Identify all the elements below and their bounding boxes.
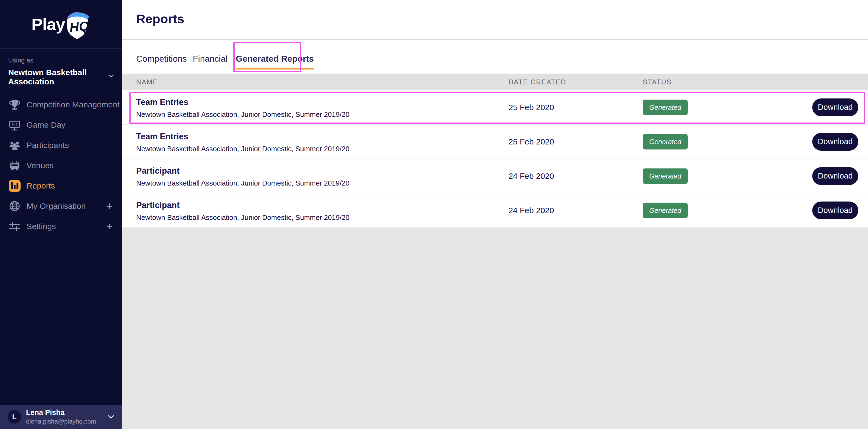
table-header: NAME DATE CREATED STATUS <box>122 73 868 90</box>
report-name-cell: Team Entries Newtown Basketball Associat… <box>136 97 349 119</box>
report-title: Participant <box>136 200 349 210</box>
sidebar-item-participants[interactable]: Participants <box>0 135 122 155</box>
table-row: Participant Newtown Basketball Associati… <box>122 193 868 228</box>
report-name-cell: Participant Newtown Basketball Associati… <box>136 166 349 188</box>
playhq-shield-icon: HQ <box>63 10 90 40</box>
sidebar-item-competition-management[interactable]: Competition Management <box>0 94 122 115</box>
sidebar-item-my-organisation[interactable]: My Organisation + <box>0 196 122 216</box>
report-date: 25 Feb 2020 <box>508 103 554 112</box>
status-badge: Generated <box>643 134 688 149</box>
logo-area: Play HQ <box>0 0 122 49</box>
logo-play-text: Play <box>31 14 65 34</box>
org-name: Newtown Basketball Association <box>8 68 104 86</box>
trophy-icon <box>8 98 21 111</box>
report-title: Team Entries <box>136 97 349 107</box>
sidebar-item-reports[interactable]: Reports <box>0 175 122 196</box>
svg-text:0:0: 0:0 <box>12 123 18 126</box>
sliders-icon <box>8 220 21 233</box>
tab-financial[interactable]: Financial <box>193 54 227 64</box>
avatar: L <box>7 410 21 424</box>
main-content: Reports Competitions Financial Generated… <box>122 0 868 429</box>
column-header-status: STATUS <box>643 78 672 86</box>
playhq-logo[interactable]: Play HQ <box>31 9 90 39</box>
sidebar-item-venues[interactable]: Venues <box>0 155 122 175</box>
logo-hq-text: HQ <box>69 19 90 35</box>
sidebar: Play HQ Using as Newtown Basketball Asso… <box>0 0 122 429</box>
scoreboard-icon: 0:0 <box>8 119 21 131</box>
chevron-down-icon <box>109 74 114 78</box>
report-detail: Newtown Basketball Association, Junior D… <box>136 213 349 222</box>
sidebar-item-label: Settings <box>27 222 56 231</box>
sidebar-item-game-day[interactable]: 0:0 Game Day <box>0 115 122 135</box>
sidebar-item-label: Competition Management <box>27 100 120 109</box>
report-title: Team Entries <box>136 132 349 141</box>
content-background <box>122 228 868 429</box>
tab-generated-reports[interactable]: Generated Reports <box>236 54 314 69</box>
chevron-down-icon <box>108 415 114 419</box>
report-name-cell: Participant Newtown Basketball Associati… <box>136 200 349 222</box>
column-header-date-created: DATE CREATED <box>508 78 566 86</box>
sidebar-item-label: Participants <box>27 141 69 150</box>
status-badge: Generated <box>643 203 688 218</box>
reports-table: Team Entries Newtown Basketball Associat… <box>122 90 868 228</box>
bar-chart-icon <box>8 179 21 192</box>
user-email: olena.pisha@playhq.com <box>26 418 96 425</box>
status-badge: Generated <box>643 100 688 115</box>
report-detail: Newtown Basketball Association, Junior D… <box>136 179 349 188</box>
user-name: Lena Pisha <box>26 408 96 417</box>
sidebar-menu: Competition Management 0:0 Game Day <box>0 94 122 236</box>
download-button[interactable]: Download <box>812 98 858 116</box>
globe-icon <box>8 200 21 212</box>
report-date: 24 Feb 2020 <box>508 171 554 181</box>
user-panel[interactable]: L Lena Pisha olena.pisha@playhq.com <box>0 405 122 429</box>
download-button[interactable]: Download <box>812 133 858 151</box>
report-title: Participant <box>136 166 349 176</box>
sidebar-item-label: My Organisation <box>27 201 86 211</box>
expand-plus-icon[interactable]: + <box>106 221 113 232</box>
report-name-cell: Team Entries Newtown Basketball Associat… <box>136 132 349 153</box>
table-row: Team Entries Newtown Basketball Associat… <box>122 90 868 125</box>
tab-competitions[interactable]: Competitions <box>136 54 187 64</box>
report-detail: Newtown Basketball Association, Junior D… <box>136 145 349 153</box>
expand-plus-icon[interactable]: + <box>106 201 113 211</box>
org-selector-section: Using as Newtown Basketball Association <box>0 49 122 86</box>
table-row: Participant Newtown Basketball Associati… <box>122 159 868 193</box>
download-button[interactable]: Download <box>812 167 858 185</box>
report-detail: Newtown Basketball Association, Junior D… <box>136 110 349 119</box>
people-icon <box>8 139 21 152</box>
status-badge: Generated <box>643 168 688 184</box>
page-title: Reports <box>136 11 184 26</box>
download-button[interactable]: Download <box>812 201 858 219</box>
sidebar-item-label: Game Day <box>27 120 65 130</box>
using-as-label: Using as <box>8 57 114 64</box>
report-date: 25 Feb 2020 <box>508 137 554 146</box>
user-info: Lena Pisha olena.pisha@playhq.com <box>26 408 96 425</box>
report-date: 24 Feb 2020 <box>508 206 554 215</box>
sidebar-item-label: Reports <box>27 181 55 191</box>
column-header-name: NAME <box>136 78 158 86</box>
sidebar-item-label: Venues <box>27 161 54 170</box>
tab-bar: Competitions Financial Generated Reports <box>122 39 868 73</box>
table-row: Team Entries Newtown Basketball Associat… <box>122 125 868 159</box>
sidebar-item-settings[interactable]: Settings + <box>0 216 122 236</box>
org-selector[interactable]: Newtown Basketball Association <box>8 68 114 86</box>
stadium-icon <box>8 159 21 172</box>
